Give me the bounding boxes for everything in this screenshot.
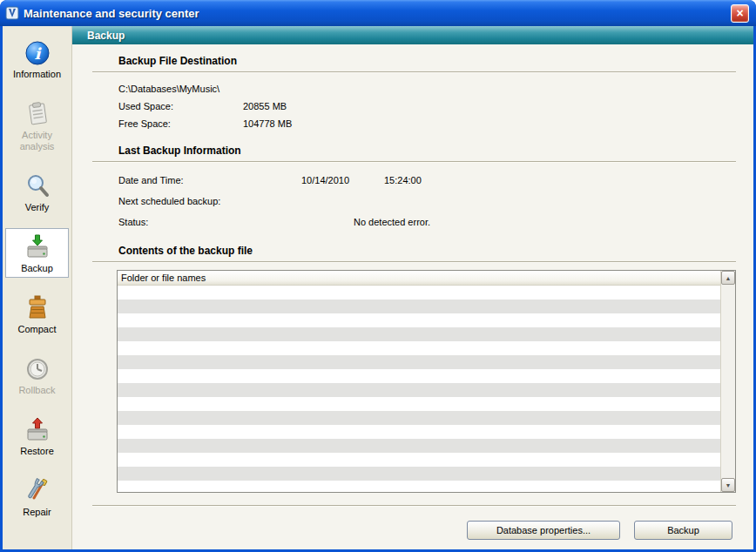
sidebar-item-label: Restore [6, 446, 69, 457]
main-panel: Backup Backup File Destination C:\Databa… [72, 26, 753, 549]
sidebar-item-label: Compact [6, 324, 69, 335]
close-icon: × [736, 6, 743, 20]
sidebar-item-label: Verify [6, 202, 69, 213]
backup-contents-table: Folder or file names ▲ ▼ [117, 270, 736, 493]
up-arrow-icon: ▲ [726, 275, 732, 281]
used-space-value: 20855 MB [243, 101, 287, 111]
sidebar: i Information [3, 26, 72, 549]
time-value: 15:24:00 [384, 175, 422, 185]
section-divider [92, 161, 736, 163]
free-space-label: Free Space: [118, 118, 243, 129]
sidebar-item-activity-analysis: Activity analysis [5, 95, 69, 156]
sidebar-item-verify[interactable]: Verify [5, 167, 69, 217]
sidebar-item-rollback: Rollback [5, 350, 69, 400]
backup-button[interactable]: Backup [634, 521, 732, 540]
table-column-header[interactable]: Folder or file names [118, 271, 720, 286]
compact-icon [24, 294, 51, 322]
table-row[interactable] [118, 327, 720, 341]
page-header: Backup [72, 26, 753, 44]
table-row[interactable] [118, 286, 720, 300]
backup-icon [24, 233, 51, 261]
table-row[interactable] [118, 383, 720, 397]
table-row[interactable] [118, 481, 720, 493]
datetime-row: Date and Time: 10/14/2010 15:24:00 [118, 170, 736, 191]
app-icon [5, 6, 19, 20]
table-row[interactable] [118, 369, 720, 383]
section-divider [92, 71, 736, 73]
page-title: Backup [87, 30, 125, 42]
used-space-row: Used Space: 20855 MB [118, 98, 736, 115]
window-title: Maintenance and security center [24, 7, 199, 20]
sidebar-item-label: Activity analysis [6, 130, 69, 152]
column-header-label: Folder or file names [121, 273, 206, 283]
status-label: Status: [118, 217, 354, 227]
next-backup-label: Next scheduled backup: [118, 196, 301, 206]
down-arrow-icon: ▼ [726, 482, 732, 488]
restore-icon [24, 416, 51, 444]
footer-divider [92, 505, 736, 507]
sidebar-item-label: Backup [6, 263, 69, 274]
sidebar-item-label: Information [6, 69, 69, 80]
repair-icon [24, 477, 51, 505]
table-row[interactable] [118, 341, 720, 355]
sidebar-item-repair[interactable]: Repair [5, 472, 69, 522]
verify-icon [24, 172, 51, 200]
titlebar[interactable]: Maintenance and security center × [0, 0, 756, 26]
sidebar-item-label: Rollback [6, 385, 69, 396]
status-row: Status: No detected error. [118, 212, 736, 232]
table-row[interactable] [118, 300, 720, 313]
table-row[interactable] [118, 467, 720, 481]
window: Maintenance and security center × i [0, 0, 756, 552]
last-backup-heading: Last Backup Information [118, 145, 736, 158]
destination-path: C:\Databases\MyMusic\ [118, 84, 219, 94]
activity-analysis-icon [24, 100, 51, 128]
table-row[interactable] [118, 439, 720, 453]
free-space-row: Free Space: 104778 MB [118, 115, 736, 132]
information-icon: i [24, 39, 51, 67]
scrollbar-track[interactable] [721, 285, 735, 478]
date-value: 10/14/2010 [301, 175, 384, 185]
next-backup-row: Next scheduled backup: [118, 191, 736, 212]
scrollbar-down-button[interactable]: ▼ [721, 478, 735, 492]
sidebar-item-backup[interactable]: Backup [5, 228, 69, 278]
destination-path-row: C:\Databases\MyMusic\ [118, 80, 736, 98]
sidebar-item-information[interactable]: i Information [5, 34, 69, 84]
rollback-icon [24, 355, 51, 383]
sidebar-item-restore[interactable]: Restore [5, 411, 69, 461]
status-value: No detected error. [354, 217, 430, 227]
sidebar-item-label: Repair [6, 507, 69, 518]
table-row[interactable] [118, 355, 720, 369]
destination-heading: Backup File Destination [118, 55, 736, 68]
button-row: Database properties... Backup [92, 521, 736, 540]
table-row[interactable] [118, 313, 720, 327]
free-space-value: 104778 MB [243, 118, 292, 129]
scrollbar-up-button[interactable]: ▲ [721, 271, 735, 285]
close-button[interactable]: × [731, 4, 749, 23]
table-row[interactable] [118, 425, 720, 439]
vertical-scrollbar[interactable]: ▲ ▼ [720, 271, 735, 492]
used-space-label: Used Space: [118, 101, 243, 111]
datetime-label: Date and Time: [118, 175, 301, 185]
content-area: Backup File Destination C:\Databases\MyM… [72, 44, 753, 549]
table-row[interactable] [118, 453, 720, 467]
table-row[interactable] [118, 397, 720, 411]
contents-heading: Contents of the backup file [118, 245, 736, 258]
table-body [118, 286, 720, 493]
section-divider [92, 261, 736, 263]
sidebar-item-compact[interactable]: Compact [5, 289, 69, 339]
database-properties-button[interactable]: Database properties... [467, 521, 620, 540]
table-row[interactable] [118, 411, 720, 425]
